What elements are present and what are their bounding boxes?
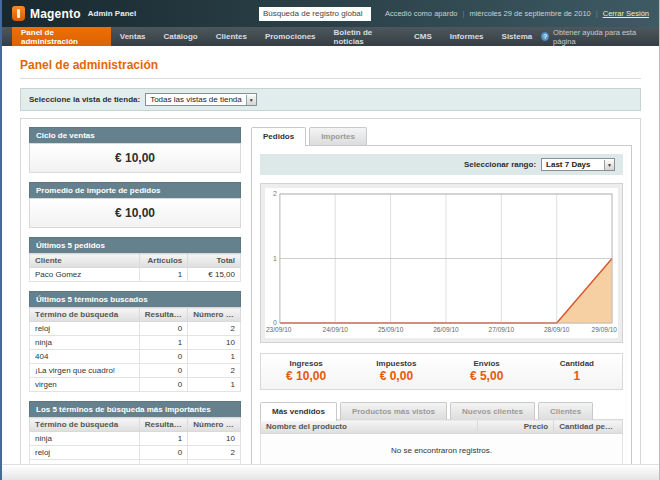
range-select[interactable]: Last 7 Days ▼ — [541, 158, 615, 171]
table-row: 40401 — [30, 350, 241, 364]
total-envios: Envíos € 5,00 — [442, 359, 532, 383]
table-cell: virgen — [30, 378, 140, 392]
last-orders-card: Últimos 5 pedidos ClienteArtículosTotalP… — [29, 237, 241, 282]
table-cell: 10 — [188, 432, 241, 446]
svg-text:0: 0 — [273, 319, 277, 326]
table-cell: 2 — [188, 364, 241, 378]
diagram-tabs: Pedidos Importes — [251, 127, 632, 145]
dashboard-container: Ciclo de ventas € 10,00 Promedio de impo… — [20, 118, 641, 480]
dropdown-arrow-icon: ▼ — [604, 160, 614, 170]
table-row: reloj02 — [30, 322, 241, 336]
svg-text:28/09/10: 28/09/10 — [544, 326, 570, 333]
last-orders-table: ClienteArtículosTotalPaco Gomez1€ 15,00 — [29, 253, 241, 282]
nav-item-ventas[interactable]: Ventas — [111, 27, 155, 46]
range-selected-value: Last 7 Days — [542, 159, 604, 170]
page-help-link[interactable]: ? Obtener ayuda para esta página — [541, 27, 659, 46]
page-footer — [2, 464, 659, 480]
nav-item-catalogo[interactable]: Catálogo — [155, 27, 207, 46]
table-cell: 0 — [139, 322, 188, 336]
last-search-terms-table: Término de búsquedaResultadosNúmero de u… — [29, 307, 241, 392]
tab-pedidos[interactable]: Pedidos — [251, 127, 306, 146]
table-header-row: ClienteArtículosTotal — [30, 254, 241, 268]
global-search-input[interactable] — [259, 7, 371, 21]
report-tabs: Más vendidos Productos más vistos Nuevos… — [260, 402, 623, 420]
column-header: Resultados — [139, 308, 188, 322]
total-label: Cantidad — [532, 359, 622, 368]
table-cell: 2 — [188, 322, 241, 336]
tab-nuevos-clientes[interactable]: Nuevos clientes — [450, 402, 535, 420]
column-header: Precio — [478, 420, 554, 434]
total-label: Ingresos — [261, 359, 351, 368]
total-label: Impuestos — [351, 359, 441, 368]
bestsellers-table: Nombre del productoPrecioCantidad pedida… — [260, 419, 623, 468]
column-header: Cliente — [30, 254, 140, 268]
total-ingresos: Ingresos € 10,00 — [261, 359, 351, 383]
nav-item-sistema[interactable]: Sistema — [493, 27, 542, 46]
logo-name: Magento — [30, 7, 81, 21]
nav-item-boletin[interactable]: Boletín de noticias — [325, 27, 405, 46]
magento-logo: Magento Admin Panel — [12, 6, 136, 21]
separator: | — [596, 9, 598, 18]
table-cell: ninja — [30, 432, 140, 446]
table-row: Paco Gomez1€ 15,00 — [30, 268, 241, 282]
nav-item-promociones[interactable]: Promociones — [256, 27, 325, 46]
store-view-select[interactable]: Todas las vistas de tienda ▼ — [145, 93, 257, 106]
table-cell: 0 — [139, 364, 188, 378]
svg-text:25/09/10: 25/09/10 — [378, 326, 404, 333]
card-title: Promedio de importe de pedidos — [29, 182, 241, 198]
dashboard-main: Pedidos Importes Seleccionar rango: Last… — [251, 127, 632, 480]
dashboard-sidebar: Ciclo de ventas € 10,00 Promedio de impo… — [29, 127, 241, 480]
nav-item-cms[interactable]: CMS — [405, 27, 441, 46]
svg-text:27/09/10: 27/09/10 — [489, 326, 515, 333]
no-records-message: No se encontraron registros. — [261, 434, 623, 468]
column-header: Término de búsqueda — [30, 418, 140, 432]
lifetime-sales-card: Ciclo de ventas € 10,00 — [29, 127, 241, 173]
tab-mas-vendidos[interactable]: Más vendidos — [260, 402, 337, 421]
table-cell: 1 — [139, 268, 188, 282]
main-navigation: Panel de administración Ventas Catálogo … — [2, 27, 659, 46]
table-cell: ninja — [30, 336, 140, 350]
total-cantidad: Cantidad 1 — [532, 359, 622, 383]
range-label: Seleccionar rango: — [464, 160, 536, 169]
total-value: € 5,00 — [442, 369, 532, 383]
table-cell: 0 — [139, 378, 188, 392]
logout-link[interactable]: Cerrar Sesión — [603, 9, 649, 18]
help-globe-icon: ? — [541, 32, 549, 41]
nav-item-informes[interactable]: Informes — [441, 27, 493, 46]
store-view-selected-value: Todas las vistas de tienda — [146, 94, 246, 105]
tab-importes[interactable]: Importes — [309, 127, 367, 145]
total-label: Envíos — [442, 359, 532, 368]
store-view-label: Seleccione la vista de tienda: — [29, 95, 140, 104]
column-header: Término de búsqueda — [30, 308, 140, 322]
svg-text:23/09/10: 23/09/10 — [266, 326, 292, 333]
average-orders-card: Promedio de importe de pedidos € 10,00 — [29, 182, 241, 228]
table-row: ¡La virgen que cuadro!02 — [30, 364, 241, 378]
table-cell: 1 — [188, 350, 241, 364]
table-cell: 1 — [188, 378, 241, 392]
column-header: Resultados — [139, 418, 188, 432]
table-cell: 404 — [30, 350, 140, 364]
current-date-text: miércoles 29 de septiembre de 2010 — [469, 9, 590, 18]
top-header: Magento Admin Panel Accedió como apardo … — [2, 0, 659, 27]
column-header: Cantidad pedida — [554, 420, 623, 434]
table-cell: ¡La virgen que cuadro! — [30, 364, 140, 378]
table-cell: 1 — [139, 432, 188, 446]
lifetime-sales-value: € 10,00 — [29, 143, 241, 173]
totals-bar: Ingresos € 10,00 Impuestos € 0,00 Envíos… — [260, 353, 623, 390]
orders-chart-frame: 01223/09/1024/09/1025/09/1026/09/1027/09… — [260, 183, 623, 343]
nav-item-clientes[interactable]: Clientes — [207, 27, 256, 46]
tab-clientes[interactable]: Clientes — [538, 402, 593, 420]
table-row: virgen01 — [30, 378, 241, 392]
table-cell: reloj — [30, 322, 140, 336]
total-value: 1 — [532, 369, 622, 383]
average-orders-value: € 10,00 — [29, 198, 241, 228]
table-header-row: Término de búsquedaResultadosNúmero de u… — [30, 418, 241, 432]
table-cell: € 15,00 — [188, 268, 241, 282]
card-title: Ciclo de ventas — [29, 127, 241, 143]
nav-item-dashboard[interactable]: Panel de administración — [12, 27, 111, 46]
magento-logo-icon — [12, 6, 25, 21]
svg-text:2: 2 — [273, 190, 277, 197]
range-selector-bar: Seleccionar rango: Last 7 Days ▼ — [260, 154, 623, 175]
header-user-info: Accedió como apardo | miércoles 29 de se… — [385, 9, 649, 18]
tab-productos-mas-vistos[interactable]: Productos más vistos — [340, 402, 447, 420]
